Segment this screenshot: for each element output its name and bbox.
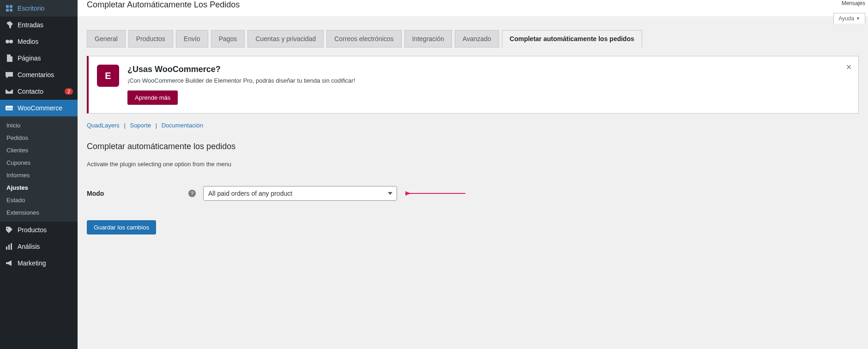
sidebar-item-marketing[interactable]: Marketing: [0, 255, 78, 271]
svg-point-0: [6, 40, 9, 43]
main-content: Completar Automáticamente Los Pedidos Me…: [78, 0, 868, 349]
link-documentacion[interactable]: Documentación: [162, 122, 203, 129]
tab-correos[interactable]: Correos electrónicos: [326, 30, 401, 48]
sidebar-item-label: Productos: [18, 226, 73, 234]
svg-rect-5: [8, 245, 10, 250]
dashboard-icon: [5, 4, 14, 13]
woo-icon: woo: [5, 103, 14, 113]
svg-rect-4: [6, 247, 7, 250]
sidebar-item-woocommerce[interactable]: woo WooCommerce: [0, 100, 78, 116]
help-tooltip-icon[interactable]: ?: [188, 190, 196, 197]
elementor-logo-icon: E: [97, 65, 119, 87]
sidebar-item-label: Comentarios: [18, 71, 73, 78]
sidebar-item-label: Escritorio: [18, 5, 73, 12]
badge-count: 2: [65, 88, 73, 95]
submenu-item-estado[interactable]: Estado: [0, 194, 78, 206]
tab-envio[interactable]: Envío: [176, 30, 208, 48]
messages-indicator[interactable]: Mensajes: [842, 0, 865, 6]
sidebar-item-escritorio[interactable]: Escritorio: [0, 0, 78, 17]
section-title: Completar automáticamente los pedidos: [87, 142, 859, 151]
sidebar-item-label: Medios: [18, 38, 73, 45]
modo-select-wrap: All paid orders of any product: [203, 186, 397, 201]
annotation-arrow: [405, 190, 465, 197]
product-icon: [5, 225, 14, 235]
tab-autocomplete-orders[interactable]: Completar automáticamente los pedidos: [502, 30, 642, 48]
sidebar-item-paginas[interactable]: Páginas: [0, 50, 78, 66]
admin-sidebar: Escritorio Entradas Medios Páginas Comen…: [0, 0, 78, 349]
submenu-item-clientes[interactable]: Clientes: [0, 144, 78, 156]
settings-tabs: General Productos Envío Pagos Cuentas y …: [87, 30, 859, 48]
form-row-modo: Modo ? All paid orders of any product: [87, 186, 859, 201]
save-button[interactable]: Guardar los cambios: [87, 220, 156, 235]
sidebar-item-label: Análisis: [18, 243, 73, 250]
svg-text:woo: woo: [6, 106, 13, 110]
sidebar-item-medios[interactable]: Medios: [0, 33, 78, 50]
sidebar-item-contacto[interactable]: Contacto 2: [0, 83, 78, 100]
sidebar-item-label: WooCommerce: [18, 104, 73, 112]
tab-cuentas[interactable]: Cuentas y privacidad: [247, 30, 324, 48]
tab-avanzado[interactable]: Avanzado: [455, 30, 499, 48]
link-quadlayers[interactable]: QuadLayers: [87, 122, 120, 129]
separator: |: [156, 122, 157, 129]
svg-point-1: [9, 40, 13, 43]
tab-productos[interactable]: Productos: [128, 30, 173, 48]
pages-icon: [5, 54, 14, 63]
submenu-item-ajustes[interactable]: Ajustes: [0, 181, 78, 194]
modo-label: Modo: [87, 190, 188, 197]
submenu-item-extensiones[interactable]: Extensiones: [0, 206, 78, 219]
help-label: Ayuda: [838, 15, 854, 22]
sidebar-item-label: Contacto: [18, 88, 62, 95]
svg-rect-6: [11, 243, 12, 250]
submenu-item-inicio[interactable]: Inicio: [0, 119, 78, 132]
elementor-notice: E ¿Usas WooCommerce? ¡Con WooCommerce Bu…: [87, 56, 859, 114]
tab-integracion[interactable]: Integración: [404, 30, 452, 48]
submenu-item-cupones[interactable]: Cupones: [0, 156, 78, 169]
pin-icon: [5, 20, 14, 30]
submenu-item-pedidos[interactable]: Pedidos: [0, 132, 78, 144]
media-icon: [5, 37, 14, 46]
comment-icon: [5, 70, 14, 79]
tab-pagos[interactable]: Pagos: [211, 30, 245, 48]
analytics-icon: [5, 242, 14, 251]
separator: |: [124, 122, 125, 129]
modo-select[interactable]: All paid orders of any product: [203, 186, 397, 201]
megaphone-icon: [5, 259, 14, 268]
section-description: Activate the plugin selecting one option…: [87, 161, 859, 168]
plugin-sublinks: QuadLayers | Soporte | Documentación: [87, 122, 859, 129]
topbar: Completar Automáticamente Los Pedidos Me…: [78, 0, 868, 16]
sidebar-item-entradas[interactable]: Entradas: [0, 17, 78, 33]
sidebar-item-label: Páginas: [18, 54, 73, 62]
sidebar-item-analisis[interactable]: Análisis: [0, 238, 78, 255]
mail-icon: [5, 87, 14, 96]
link-soporte[interactable]: Soporte: [130, 122, 151, 129]
sidebar-item-productos[interactable]: Productos: [0, 222, 78, 238]
close-icon: ✕: [846, 63, 852, 71]
learn-more-button[interactable]: Aprende más: [127, 90, 178, 105]
notice-title: ¿Usas WooCommerce?: [127, 65, 355, 74]
notice-body-text: ¡Con WooCommerce Builder de Elementor Pr…: [127, 77, 355, 84]
tab-general[interactable]: General: [87, 30, 126, 48]
sidebar-item-label: Marketing: [18, 259, 73, 267]
sidebar-item-label: Entradas: [18, 21, 73, 29]
page-title: Completar Automáticamente Los Pedidos: [87, 0, 859, 12]
submenu-item-informes[interactable]: Informes: [0, 169, 78, 181]
sidebar-item-comentarios[interactable]: Comentarios: [0, 66, 78, 83]
woocommerce-submenu: Inicio Pedidos Clientes Cupones Informes…: [0, 116, 78, 222]
dismiss-notice-button[interactable]: ✕: [843, 60, 855, 74]
help-toggle[interactable]: Ayuda: [833, 13, 865, 24]
